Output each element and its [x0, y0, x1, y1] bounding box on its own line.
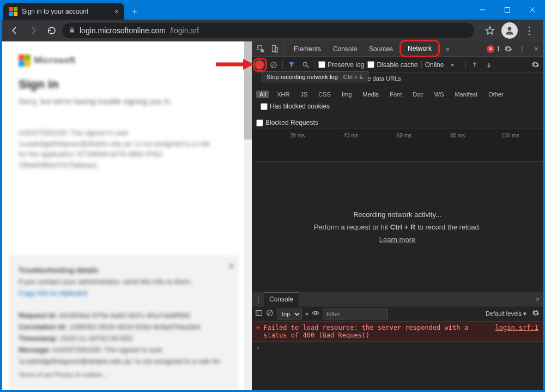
devtools-tabbar: Elements Console Sources Network » ✕ 1 ⋮… — [252, 41, 543, 57]
filter-pill-doc[interactable]: Doc — [409, 91, 427, 98]
lock-icon — [69, 26, 75, 35]
tab-elements[interactable]: Elements — [288, 41, 326, 57]
nav-back-button[interactable] — [7, 22, 23, 39]
bookmark-star-icon[interactable] — [481, 21, 499, 40]
preserve-log-checkbox[interactable]: Preserve log — [318, 61, 364, 69]
microsoft-favicon-icon — [9, 7, 17, 16]
console-filter-input[interactable]: Filter — [323, 309, 388, 319]
error-count-badge[interactable]: ✕ 1 — [487, 45, 500, 53]
nav-reload-button[interactable] — [44, 22, 60, 39]
filter-pill-js[interactable]: JS — [297, 91, 311, 98]
console-error-message: Failed to load resource: the server resp… — [263, 324, 492, 339]
console-settings-gear-icon[interactable] — [532, 309, 540, 318]
devtools-menu-icon[interactable]: ⋮ — [516, 43, 529, 56]
network-filter-bar: Stop recording network log Ctrl + E Hide… — [252, 73, 543, 129]
console-clear-icon[interactable] — [266, 309, 274, 318]
timeline-tick: 20 ms — [290, 132, 305, 138]
svg-line-18 — [268, 311, 272, 315]
error-icon: ⊗ — [256, 324, 260, 331]
error-dot-icon: ✕ — [487, 45, 494, 53]
more-tabs-icon[interactable]: » — [441, 43, 454, 56]
profile-avatar[interactable] — [500, 21, 519, 40]
browser-tab-strip: Sign in to your account × + — [3, 3, 142, 20]
timeline-tick: 100 ms — [501, 132, 519, 138]
tab-console[interactable]: Console — [328, 41, 362, 57]
url-path: /login.srf — [170, 26, 199, 35]
throttling-dropdown-icon[interactable]: ▾ — [447, 61, 458, 69]
url-host: login.microsoftonline.com — [80, 26, 166, 35]
filter-pill-other[interactable]: Other — [485, 91, 507, 98]
svg-marker-4 — [486, 27, 494, 34]
panel-close-button[interactable]: × — [228, 258, 234, 274]
clear-log-icon[interactable] — [268, 61, 279, 69]
filter-pill-font[interactable]: Font — [386, 91, 405, 98]
console-sidebar-icon[interactable] — [255, 309, 263, 318]
error-summary: Sorry, but we're having trouble signing … — [19, 97, 235, 106]
svg-line-14 — [307, 65, 309, 68]
filter-pill-manifest[interactable]: Manifest — [452, 91, 481, 98]
learn-more-link[interactable]: Learn more — [379, 236, 415, 244]
browser-menu-button[interactable]: ⋮ — [520, 21, 538, 40]
device-toolbar-icon[interactable] — [268, 43, 281, 56]
window-minimize-button[interactable] — [470, 0, 495, 20]
console-error-source-link[interactable]: login.srf:1 — [495, 324, 538, 331]
window-maximize-button[interactable] — [495, 0, 520, 20]
filter-funnel-icon[interactable] — [286, 61, 297, 69]
svg-point-19 — [314, 312, 317, 314]
record-tooltip: Stop recording network log Ctrl + E — [262, 71, 368, 82]
inspect-element-icon[interactable] — [254, 43, 267, 56]
filter-pill-xhr[interactable]: XHR — [274, 91, 293, 98]
search-icon[interactable] — [300, 61, 311, 69]
download-har-icon[interactable] — [483, 61, 494, 69]
devtools-close-button[interactable]: × — [530, 43, 543, 56]
copy-info-link[interactable]: Copy info to clipboard — [19, 288, 229, 299]
address-bar[interactable]: login.microsoftonline.com/login.srf — [62, 23, 474, 38]
tab-network[interactable]: Network — [399, 40, 440, 57]
disable-cache-checkbox[interactable]: Disable cache — [367, 61, 417, 69]
tab-close-button[interactable]: × — [114, 7, 119, 16]
window-close-button[interactable] — [520, 0, 545, 20]
devtools-panel: Elements Console Sources Network » ✕ 1 ⋮… — [252, 41, 543, 390]
drawer-tab-console[interactable]: Console — [264, 292, 299, 306]
log-levels-select[interactable]: Default levels ▾ — [486, 310, 526, 317]
nav-forward-button[interactable] — [25, 22, 41, 39]
throttling-select[interactable]: Online — [425, 61, 444, 69]
filter-pill-ws[interactable]: WS — [431, 91, 447, 98]
console-context-select[interactable]: top — [277, 309, 302, 319]
recording-title: Recording network activity... — [353, 210, 441, 219]
filter-pill-media[interactable]: Media — [359, 91, 382, 98]
new-tab-button[interactable]: + — [128, 4, 142, 19]
recording-subtitle: Perform a request or hit Ctrl + R to rec… — [314, 223, 481, 231]
svg-point-13 — [303, 62, 307, 66]
has-blocked-cookies-checkbox[interactable]: Has blocked cookies — [261, 102, 330, 110]
settings-gear-icon[interactable] — [501, 43, 514, 56]
live-expression-icon[interactable] — [312, 309, 319, 318]
page-heading: Sign in — [19, 77, 235, 92]
filter-pill-img[interactable]: Img — [338, 91, 355, 98]
network-toolbar: Preserve log Disable cache Online ▾ — [252, 57, 543, 73]
upload-har-icon[interactable] — [469, 61, 480, 69]
drawer-close-button[interactable]: × — [536, 295, 540, 303]
troubleshooting-panel: × Troubleshooting details If you contact… — [9, 255, 239, 390]
network-settings-gear-icon[interactable] — [530, 61, 541, 69]
page-viewport: Microsoft Sign in Sorry, but we're havin… — [2, 41, 252, 390]
filter-pill-css[interactable]: CSS — [315, 91, 334, 98]
network-empty-state: Recording network activity... Perform a … — [252, 162, 543, 292]
microsoft-logo: Microsoft — [19, 55, 235, 67]
timeline-tick: 80 ms — [450, 132, 465, 138]
timeline-tick: 60 ms — [397, 132, 411, 138]
blocked-requests-checkbox[interactable]: Blocked Requests — [256, 119, 318, 126]
drawer-menu-icon[interactable]: ⋮ — [255, 295, 262, 303]
devtools-drawer: ⋮ Console × top ▾ Filter Default levels … — [252, 292, 543, 390]
console-prompt[interactable]: › — [252, 342, 543, 354]
timeline-tick: 40 ms — [343, 132, 358, 138]
network-timeline[interactable]: 20 ms 40 ms 60 ms 80 ms 100 ms — [252, 129, 543, 162]
tab-sources[interactable]: Sources — [364, 41, 398, 57]
console-error-row[interactable]: ⊗ Failed to load resource: the server re… — [252, 322, 543, 342]
record-button[interactable] — [254, 59, 265, 70]
browser-tab[interactable]: Sign in to your account × — [3, 3, 124, 20]
svg-line-12 — [271, 62, 276, 67]
filter-pill-all[interactable]: All — [256, 91, 269, 98]
tab-title: Sign in to your account — [22, 8, 88, 15]
svg-point-5 — [508, 27, 512, 31]
